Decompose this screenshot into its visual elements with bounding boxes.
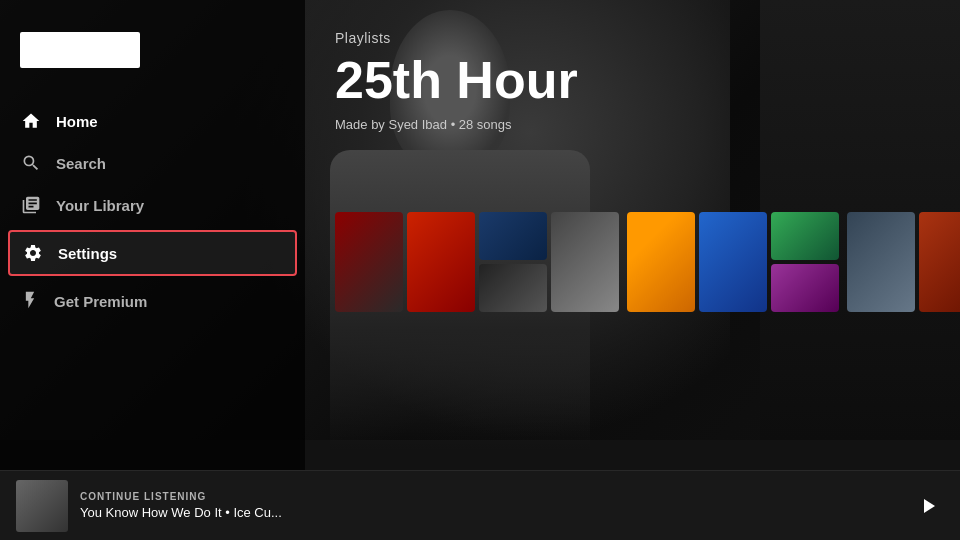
album-grid	[335, 212, 930, 312]
sidebar-item-library[interactable]: Your Library	[0, 184, 305, 226]
logo	[20, 32, 140, 68]
library-icon	[20, 194, 42, 216]
settings-icon	[22, 242, 44, 264]
player-track: You Know How We Do It • Ice Cu...	[80, 505, 900, 520]
album-art-3[interactable]	[479, 212, 547, 260]
home-icon	[20, 110, 42, 132]
sidebar-item-home[interactable]: Home	[0, 100, 305, 142]
playlist-type-label: Playlists	[335, 30, 930, 46]
settings-label: Settings	[58, 245, 117, 262]
main-content: Playlists 25th Hour Made by Syed Ibad • …	[305, 0, 960, 450]
lightning-icon	[20, 290, 40, 313]
playlist-title: 25th Hour	[335, 52, 930, 109]
album-art-8[interactable]	[771, 212, 839, 260]
player-thumbnail	[16, 480, 68, 532]
album-art-6[interactable]	[627, 212, 695, 312]
search-label: Search	[56, 155, 106, 172]
home-label: Home	[56, 113, 98, 130]
sidebar: Home Search Your Library Settings	[0, 0, 305, 540]
album-art-7[interactable]	[699, 212, 767, 312]
album-art-4[interactable]	[479, 264, 547, 312]
library-label: Your Library	[56, 197, 144, 214]
album-art-5[interactable]	[551, 212, 619, 312]
album-col-1	[479, 212, 547, 312]
sidebar-item-search[interactable]: Search	[0, 142, 305, 184]
album-art-10[interactable]	[847, 212, 915, 312]
album-art-2[interactable]	[407, 212, 475, 312]
search-icon	[20, 152, 42, 174]
continue-label: CONTINUE LISTENING	[80, 491, 900, 502]
player-bar: CONTINUE LISTENING You Know How We Do It…	[0, 470, 960, 540]
album-col-2	[771, 212, 839, 312]
play-button[interactable]	[912, 490, 944, 522]
logo-area	[0, 20, 305, 100]
player-info: CONTINUE LISTENING You Know How We Do It…	[80, 491, 900, 520]
sidebar-item-premium[interactable]: Get Premium	[0, 280, 305, 323]
album-art-9[interactable]	[771, 264, 839, 312]
premium-label: Get Premium	[54, 293, 147, 310]
album-art-1[interactable]	[335, 212, 403, 312]
sidebar-item-settings[interactable]: Settings	[8, 230, 297, 276]
album-art-11[interactable]	[919, 212, 960, 312]
playlist-meta: Made by Syed Ibad • 28 songs	[335, 117, 930, 132]
